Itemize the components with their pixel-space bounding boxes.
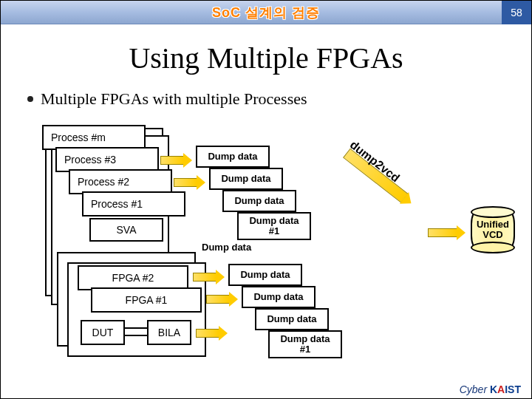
process-1-label: Process #1 (91, 198, 143, 210)
sva-box: SVA (89, 218, 163, 242)
dump-1-label: Dump data #1 (280, 334, 330, 354)
connector-line (125, 335, 147, 336)
dump-box: Dump data (222, 190, 296, 212)
dump-label: Dump data (208, 151, 257, 162)
dump-label: Dump data (240, 270, 290, 280)
arrow-icon (206, 295, 230, 304)
dump-box: Dump data (242, 286, 316, 308)
process-3-label: Process #3 (64, 154, 116, 166)
arrow-icon (193, 273, 216, 282)
bila-box: BILA (147, 320, 191, 345)
connector-line (125, 327, 147, 329)
footer-k: K (490, 383, 497, 395)
dut-box: DUT (81, 320, 125, 345)
sva-label: SVA (117, 224, 137, 236)
dump-label: Dump data (267, 314, 316, 324)
header-title: SoC 설계의 검증 (212, 4, 320, 21)
header-bar: SoC 설계의 검증 58 (1, 1, 531, 24)
dump-label: Dump data (253, 292, 303, 302)
footer-ist: IST (505, 383, 521, 395)
arrow-icon (428, 228, 457, 237)
footer-logo: Cyber KAIST (460, 383, 521, 395)
dump-1-label: Dump data #1 (249, 216, 299, 236)
process-1-box: Process #1 (82, 191, 185, 216)
process-m-box: Process #m (42, 125, 146, 150)
dump-label: Dump data (221, 174, 270, 184)
slide-title: Using Multiple FPGAs (1, 41, 531, 75)
bullet-row: Multiple FPGAs with multiple Processes (27, 89, 307, 109)
fpga-2-box: FPGA #2 (78, 265, 188, 290)
dump-1-box: Dump data #1 (268, 330, 342, 358)
process-3-box: Process #3 (55, 147, 159, 172)
page-number: 58 (502, 1, 531, 24)
dut-label: DUT (92, 327, 114, 338)
bullet-icon (27, 96, 33, 102)
fpga-1-box: FPGA #1 (91, 287, 202, 313)
unified-vcd-label: Unified VCD (472, 219, 514, 241)
process-2-label: Process #2 (78, 176, 129, 188)
unified-vcd-barrel: Unified VCD (471, 209, 515, 250)
dump-fragment: Dump data (202, 242, 251, 253)
fpga-1-label: FPGA #1 (126, 294, 168, 306)
dump-label: Dump data (234, 196, 284, 206)
dump-1-box: Dump data #1 (237, 212, 311, 240)
arrow-icon (196, 329, 219, 338)
fpga-2-label: FPGA #2 (112, 272, 154, 284)
dump-box: Dump data (255, 308, 329, 330)
process-m-label: Process #m (51, 132, 106, 143)
arrow-icon (160, 156, 184, 165)
footer-a: A (497, 383, 505, 395)
process-2-box: Process #2 (69, 169, 172, 194)
diagram: Process #m Process #3 Process #2 Process… (23, 119, 511, 385)
dump-box: Dump data (228, 264, 302, 286)
dump-box: Dump data (209, 168, 283, 190)
dump-box: Dump data (196, 146, 270, 168)
bullet-text: Multiple FPGAs with multiple Processes (41, 89, 307, 109)
arrow-icon (174, 178, 197, 187)
bila-label: BILA (158, 327, 180, 338)
footer-cyber: Cyber (460, 383, 487, 395)
